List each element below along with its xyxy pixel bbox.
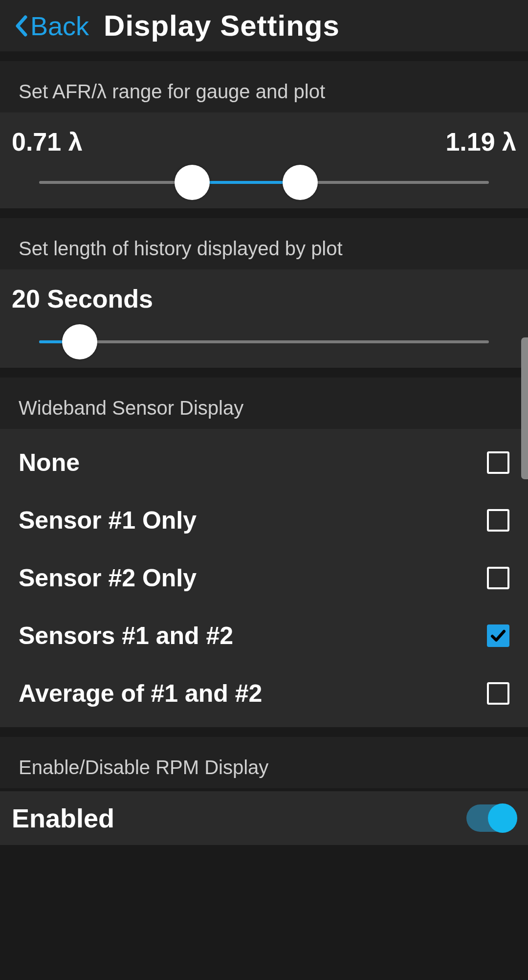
- section-body-wideband: NoneSensor #1 OnlySensor #2 OnlySensors …: [0, 429, 528, 727]
- wideband-option-label: Sensors #1 and #2: [19, 622, 233, 650]
- wideband-option-label: Average of #1 and #2: [19, 679, 262, 708]
- section-header-wideband: Wideband Sensor Display: [0, 378, 528, 429]
- page-title: Display Settings: [104, 9, 340, 43]
- afr-range-thumb-low[interactable]: [175, 165, 210, 200]
- wideband-option-row[interactable]: Sensor #1 Only: [0, 491, 528, 549]
- section-body-afr-range: 0.71 λ 1.19 λ: [0, 112, 528, 208]
- checkbox[interactable]: [487, 451, 509, 474]
- checkbox[interactable]: [487, 624, 509, 647]
- back-label: Back: [30, 11, 89, 41]
- header-bar: Back Display Settings: [0, 0, 528, 51]
- back-button[interactable]: Back: [15, 11, 89, 41]
- afr-range-min-value: 0.71 λ: [12, 127, 83, 156]
- scrollbar[interactable]: [521, 337, 528, 479]
- history-slider[interactable]: [39, 340, 489, 343]
- wideband-option-row[interactable]: None: [0, 434, 528, 491]
- chevron-left-icon: [15, 15, 27, 37]
- rpm-toggle-row: Enabled: [0, 791, 528, 845]
- section-header-history: Set length of history displayed by plot: [0, 218, 528, 269]
- wideband-option-row[interactable]: Average of #1 and #2: [0, 665, 528, 722]
- checkbox[interactable]: [487, 682, 509, 705]
- rpm-toggle-label: Enabled: [12, 803, 114, 833]
- afr-range-max-value: 1.19 λ: [445, 127, 516, 156]
- wideband-option-row[interactable]: Sensor #2 Only: [0, 549, 528, 607]
- afr-range-thumb-high[interactable]: [283, 165, 318, 200]
- section-header-rpm: Enable/Disable RPM Display: [0, 737, 528, 788]
- wideband-option-label: None: [19, 448, 80, 477]
- afr-range-slider[interactable]: [39, 181, 489, 184]
- wideband-option-row[interactable]: Sensors #1 and #2: [0, 607, 528, 665]
- section-header-afr-range: Set AFR/λ range for gauge and plot: [0, 61, 528, 112]
- rpm-toggle[interactable]: [466, 804, 515, 832]
- checkbox[interactable]: [487, 567, 509, 589]
- history-slider-thumb[interactable]: [62, 324, 97, 359]
- toggle-knob-icon: [488, 803, 517, 833]
- history-value: 20 Seconds: [0, 279, 528, 313]
- wideband-option-label: Sensor #1 Only: [19, 506, 197, 535]
- checkbox[interactable]: [487, 509, 509, 532]
- section-body-history: 20 Seconds: [0, 269, 528, 368]
- wideband-option-label: Sensor #2 Only: [19, 564, 197, 592]
